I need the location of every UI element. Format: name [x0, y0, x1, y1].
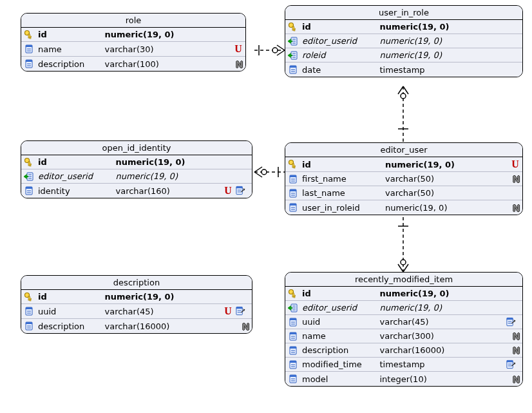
- index-icon: [506, 317, 516, 327]
- nullable-badge: N: [513, 173, 520, 184]
- index-icon: [235, 306, 245, 316]
- column-badges: [506, 317, 520, 327]
- column-badges: U: [223, 305, 249, 317]
- column-name: id: [302, 22, 380, 32]
- column-name: model: [302, 374, 380, 384]
- column-type: numeric(19, 0): [380, 303, 520, 312]
- column-name: id: [302, 160, 385, 169]
- unique-badge: U: [223, 185, 233, 197]
- col-icon: [288, 360, 298, 370]
- column-row: roleid numeric(19, 0): [285, 48, 522, 62]
- key-icon: [24, 157, 34, 168]
- entity-title: recently_modified_item: [285, 273, 522, 287]
- column-type: numeric(19, 0): [380, 22, 520, 32]
- column-row: description varchar(16000) N: [21, 319, 252, 333]
- entity-title: role: [21, 14, 245, 28]
- entity-body: id numeric(19, 0) editor_userid numeric(…: [21, 155, 252, 198]
- column-type: numeric(19, 0): [105, 292, 250, 302]
- column-row: first_name varchar(50) N: [285, 172, 522, 186]
- col-icon: [288, 188, 298, 198]
- column-badges: N: [513, 345, 520, 356]
- column-name: editor_userid: [302, 303, 380, 312]
- column-type: numeric(19, 0): [105, 30, 243, 39]
- fk-icon: [288, 36, 298, 46]
- column-type: numeric(19, 0): [380, 36, 520, 46]
- key-icon: [288, 22, 298, 32]
- column-type: varchar(16000): [380, 345, 513, 355]
- column-row: name varchar(300) N: [285, 329, 522, 343]
- nullable-badge: N: [513, 345, 520, 356]
- column-row: id numeric(19, 0): [21, 155, 252, 169]
- column-name: editor_userid: [302, 36, 380, 46]
- column-name: editor_userid: [38, 171, 116, 181]
- column-badges: U: [234, 43, 243, 55]
- column-name: date: [302, 65, 380, 75]
- unique-badge: U: [223, 305, 233, 317]
- column-type: varchar(50): [385, 188, 520, 198]
- column-badges: N: [513, 331, 520, 341]
- index-icon: [235, 186, 245, 196]
- nullable-badge: N: [242, 321, 249, 332]
- column-name: id: [38, 292, 105, 302]
- col-icon: [288, 374, 298, 384]
- column-name: modified_time: [302, 360, 380, 369]
- entity-body: id numeric(19, 0) name varchar(30) U des…: [21, 28, 245, 71]
- col-icon: [24, 59, 34, 69]
- column-name: user_in_roleid: [302, 203, 385, 213]
- column-type: numeric(19, 0): [116, 171, 250, 181]
- column-badges: N: [236, 59, 243, 70]
- nullable-badge: N: [513, 202, 520, 213]
- column-row: user_in_roleid numeric(19, 0) N: [285, 200, 522, 215]
- column-type: timestamp: [380, 65, 520, 75]
- col-icon: [288, 174, 298, 184]
- col-icon: [288, 64, 298, 75]
- column-row: description varchar(100) N: [21, 57, 245, 71]
- unique-badge: U: [511, 158, 520, 170]
- column-row: uuid varchar(45) U: [21, 304, 252, 319]
- entity-body: id numeric(19, 0) editor_userid numeric(…: [285, 287, 522, 386]
- column-row: date timestamp: [285, 62, 522, 77]
- column-type: numeric(19, 0): [380, 289, 520, 298]
- column-type: numeric(19, 0): [385, 160, 511, 169]
- entity-role: role id numeric(19, 0) name varchar(30) …: [21, 13, 246, 72]
- col-icon: [288, 202, 298, 213]
- col-icon: [24, 306, 34, 316]
- column-row: uuid varchar(45): [285, 315, 522, 329]
- column-row: id numeric(19, 0): [21, 290, 252, 304]
- column-name: uuid: [38, 307, 105, 316]
- column-type: timestamp: [380, 360, 506, 369]
- column-badges: U: [223, 185, 249, 197]
- col-icon: [24, 44, 34, 54]
- column-badges: N: [513, 374, 520, 385]
- column-type: varchar(160): [116, 186, 224, 196]
- col-icon: [288, 331, 298, 341]
- column-row: name varchar(30) U: [21, 42, 245, 57]
- column-row: modified_time timestamp: [285, 358, 522, 372]
- svg-point-18: [272, 48, 278, 53]
- index-icon: [506, 360, 516, 370]
- column-row: model integer(10) N: [285, 372, 522, 386]
- col-icon: [24, 186, 34, 196]
- column-row: description varchar(16000) N: [285, 343, 522, 358]
- column-type: varchar(30): [105, 44, 234, 54]
- key-icon: [288, 159, 298, 169]
- entity-user-in-role: user_in_role id numeric(19, 0) editor_us…: [285, 5, 523, 77]
- column-row: identity varchar(160) U: [21, 184, 252, 198]
- svg-point-21: [401, 93, 406, 99]
- column-name: identity: [38, 186, 116, 196]
- column-name: roleid: [302, 50, 380, 60]
- column-name: name: [38, 44, 105, 54]
- column-type: integer(10): [380, 374, 513, 384]
- nullable-badge: N: [513, 331, 520, 341]
- column-badges: [506, 360, 520, 370]
- column-type: varchar(16000): [105, 322, 243, 331]
- column-name: first_name: [302, 174, 385, 184]
- column-row: id numeric(19, 0): [285, 287, 522, 301]
- entity-title: description: [21, 276, 252, 290]
- column-name: description: [38, 322, 105, 331]
- column-name: id: [38, 30, 105, 39]
- column-type: numeric(19, 0): [116, 157, 250, 167]
- entity-title: editor_user: [285, 143, 522, 157]
- key-icon: [24, 30, 34, 40]
- column-type: varchar(300): [380, 331, 513, 341]
